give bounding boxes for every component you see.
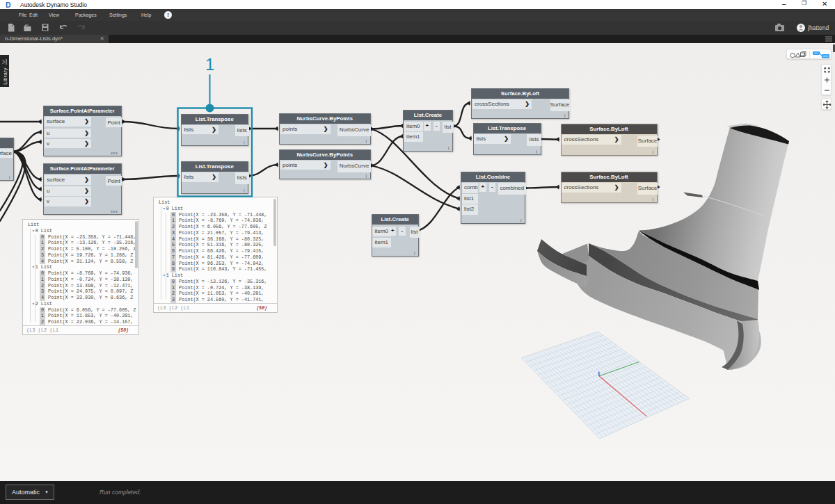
svg-text:1: 1 bbox=[205, 55, 214, 74]
